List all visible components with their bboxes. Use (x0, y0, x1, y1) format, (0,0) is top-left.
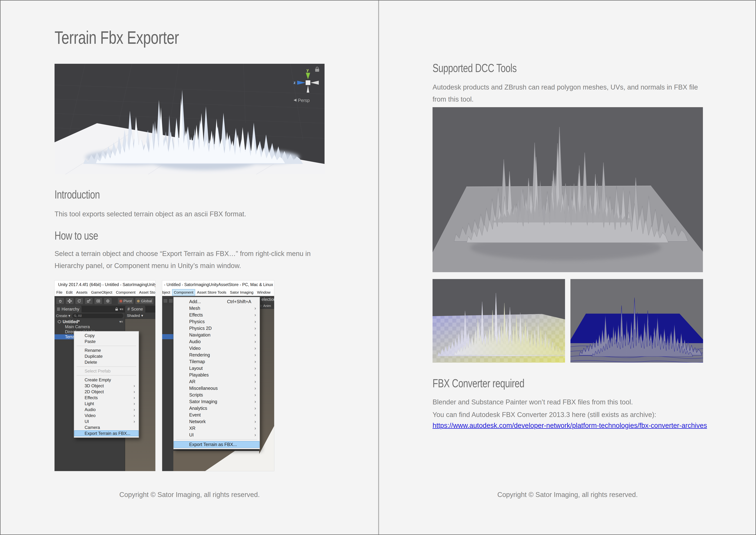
menu-bar-item[interactable]: Object (162, 289, 172, 296)
menu-separator (77, 346, 136, 346)
context-menu-item[interactable]: Create Empty (74, 377, 139, 383)
gizmo-cube-icon[interactable] (306, 80, 310, 85)
rect-tool-icon[interactable] (94, 297, 102, 304)
tool-fragment-icon (169, 299, 173, 303)
fbx-converter-link[interactable]: https://www.autodesk.com/developer-netwo… (433, 422, 707, 429)
menu-bar-item[interactable]: GameObject (89, 289, 114, 296)
component-menu-item[interactable]: Layout › (174, 365, 259, 372)
menu-bar-item[interactable]: File (55, 289, 64, 296)
context-menu-item[interactable]: Light › (74, 401, 139, 407)
component-menu-item[interactable]: Miscellaneous › (174, 385, 259, 392)
fbx-line1: Blender and Substance Painter won’t read… (433, 396, 713, 408)
create-button[interactable]: Create▾ (56, 314, 70, 318)
component-menu-item[interactable]: Tilemap › (174, 358, 259, 365)
dcc-heading: Supported DCC Tools (433, 61, 540, 75)
row-menu-icon[interactable]: ▾≡ (119, 320, 125, 324)
component-menu-item[interactable]: Analytics › (174, 405, 259, 411)
scene-tab[interactable]: # Scene (125, 306, 145, 313)
scene-root-row[interactable]: Untitled* ▾≡ (55, 319, 125, 324)
submenu-arrow-icon: › (255, 405, 256, 411)
context-menu-item[interactable]: Duplicate (74, 353, 139, 359)
global-icon (137, 300, 140, 302)
menu-bar-item[interactable]: Component (114, 289, 137, 296)
hierarchy-tab[interactable]: Hierarchy (55, 306, 82, 313)
submenu-arrow-icon: › (255, 411, 256, 418)
menu-bar-item[interactable]: Assets (74, 289, 89, 296)
context-menu-item[interactable]: Audio › (74, 407, 139, 412)
global-toggle[interactable]: Global (135, 297, 154, 304)
component-menu-item[interactable]: Physics › (174, 318, 259, 325)
context-menu-item[interactable]: Camera (74, 424, 139, 430)
rotate-tool-icon[interactable] (75, 297, 83, 304)
menu-separator (176, 439, 257, 440)
menu-bar-item[interactable]: Component (172, 289, 195, 296)
context-menu-item[interactable]: Select Prefab (74, 368, 139, 374)
component-menu-item[interactable]: Playables › (174, 372, 259, 378)
unity-toolbar: Pivot Global (55, 296, 155, 306)
submenu-arrow-icon: › (134, 383, 135, 389)
menu-bar-item[interactable]: Window (255, 289, 272, 296)
component-menu-item[interactable]: Video › (174, 345, 259, 352)
unity-menu-bar: Object Component Asset Store Tools Sator… (162, 289, 274, 296)
component-menu-item[interactable]: Add... Ctrl+Shift+A (174, 298, 259, 305)
component-menu-item[interactable]: UI › (174, 432, 259, 438)
gizmo-z-label: z (294, 80, 296, 85)
context-menu-item[interactable]: UI › (74, 418, 139, 424)
ground-plane-fragment (205, 451, 259, 471)
howto-heading: How to use (55, 229, 110, 242)
context-menu-item[interactable]: 3D Object › (74, 383, 139, 389)
submenu-arrow-icon: › (134, 412, 135, 418)
hierarchy-search-input[interactable]: All (72, 313, 123, 318)
menu-bar-item[interactable]: Sator Imaging (228, 289, 255, 296)
transform-tool-icon[interactable] (104, 297, 112, 304)
component-menu-item[interactable]: Rendering › (174, 352, 259, 358)
hand-tool-icon[interactable] (56, 297, 64, 304)
submenu-arrow-icon: › (255, 318, 256, 325)
component-menu-item[interactable]: Mesh › (174, 305, 259, 312)
move-tool-icon[interactable] (66, 297, 74, 304)
submenu-arrow-icon: › (255, 305, 256, 312)
component-menu: Add... Ctrl+Shift+A Mesh › Effects (173, 297, 260, 449)
context-menu-item[interactable]: Video › (74, 412, 139, 418)
unity-screenshot-hierarchy: Unity 2017.4.4f1 (64bit) - Untitled - Sa… (55, 280, 155, 471)
copyright-left: Copyright © Sator Imaging, all rights re… (1, 491, 379, 499)
component-menu-item[interactable]: Event › (174, 411, 259, 418)
pivot-toggle[interactable]: Pivot (118, 297, 134, 304)
component-menu-item[interactable]: Effects › (174, 312, 259, 318)
context-menu-item[interactable]: Copy (74, 332, 139, 338)
menu-bar-item[interactable]: Asset Store Tools (195, 289, 228, 296)
component-menu-item[interactable]: Export Terrain as FBX... (174, 441, 259, 448)
context-menu-item[interactable]: Delete (74, 359, 139, 365)
context-menu-item[interactable]: Effects › (74, 395, 139, 401)
submenu-arrow-icon: › (255, 392, 256, 398)
component-menu-item[interactable]: Physics 2D › (174, 325, 259, 332)
submenu-arrow-icon: › (255, 345, 256, 352)
context-menu-item[interactable]: Paste (74, 338, 139, 344)
submenu-arrow-icon: › (134, 389, 135, 395)
panel-menu-icon[interactable]: ▾≡ (120, 307, 123, 311)
fbx-line2: You can find Autodesk FBX Converter 2013… (433, 409, 713, 421)
component-menu-item[interactable]: XR › (174, 425, 259, 432)
menu-bar-item[interactable]: Asset Store Tools (137, 289, 155, 296)
component-menu-item[interactable]: Network › (174, 418, 259, 425)
context-menu-item[interactable]: 2D Object › (74, 389, 139, 395)
dcc-terrain-image (433, 107, 703, 272)
context-menu-item[interactable]: Rename (74, 347, 139, 353)
submenu-arrow-icon: › (255, 365, 256, 372)
component-menu-item[interactable]: Audio › (174, 338, 259, 345)
right-panel-fragment: election ⁝:Anim (259, 296, 274, 471)
lock-icon[interactable] (115, 307, 118, 311)
hierarchy-row[interactable]: Main Camera (55, 324, 125, 329)
component-menu-item[interactable]: Sator Imaging › (174, 398, 259, 405)
submenu-arrow-icon: › (134, 418, 135, 424)
shaded-dropdown[interactable]: Shaded▾ (125, 313, 155, 319)
shortcut-label: Ctrl+Shift+A (227, 298, 251, 305)
menu-bar-item[interactable]: Edit (64, 289, 74, 296)
context-menu-item[interactable]: Export Terrain as FBX... (74, 430, 139, 436)
component-menu-item[interactable]: AR › (174, 378, 259, 385)
component-menu-item[interactable]: Navigation › (174, 332, 259, 338)
submenu-arrow-icon: › (255, 372, 256, 378)
svg-text:Persp: Persp (298, 98, 310, 103)
component-menu-item[interactable]: Scripts › (174, 392, 259, 398)
scale-tool-icon[interactable] (85, 297, 93, 304)
